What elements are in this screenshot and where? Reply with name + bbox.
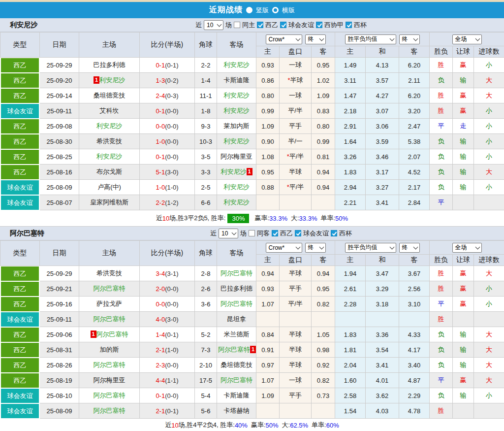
league-checkbox-0[interactable] [257,22,263,28]
league-checkbox-1[interactable] [280,22,286,28]
wdl-result-cell: 负 [430,73,453,88]
league-badge: 西乙 [1,58,39,72]
league-checkbox-label-2[interactable]: 西协甲 [324,21,344,30]
handicap-result-cell: 输 [453,342,474,358]
avg-home-cell: 2.18 [335,103,366,119]
away-team-name: 卡斯迪隆 [224,76,250,84]
corner-cell: 6-6 [195,195,217,210]
avg-draw-cell: 3.06 [366,119,399,134]
corner-cell: 2-5 [195,180,217,195]
away-team-name: 莱加内斯 [224,122,250,130]
summary-record: 场,胜3平2负5, 胜率: [169,214,225,223]
home-team-name: 希洪竞技 [96,269,122,277]
avg-away-cell: 2.17 [399,180,430,195]
summary-row: 近10场,胜3平2负5, 胜率:30%赢率:33.3%大:33.3%单率:50% [0,210,504,227]
handicap-cell: 半球 [280,342,312,358]
handicap-result-cell: 输 [453,358,474,373]
match-count-select[interactable]: 10 [204,20,223,30]
handicap-cell: 半球 [280,327,312,342]
home-team-name: 巴拉多利德 [94,61,126,68]
league-checkbox-1[interactable] [295,230,301,236]
avg-time-select[interactable]: 终 [399,243,420,253]
matches-table: 类型日期主场比分(半场)角球客场Crow*终胜平负均值终全场主盘口客主和客胜负让… [0,240,504,419]
same-venue-checkbox[interactable] [249,230,255,236]
odds-company-select[interactable]: Crow* [266,243,302,253]
avg-draw-cell: 3.27 [366,180,399,195]
wdl-result-cell: 负 [430,180,453,195]
avg-draw-cell: 3.29 [366,281,399,297]
same-venue-checkbox[interactable] [234,22,240,28]
same-venue-label[interactable]: 同主 [242,21,255,30]
avg-draw-cell: 4.03 [366,403,399,419]
result-group-header: 全场 [430,241,504,255]
odds-company-select[interactable]: Crow* [266,34,302,44]
league-badge: 西乙 [1,150,39,164]
wdl-result-cell: 平 [430,195,453,210]
league-badge: 西乙 [1,134,39,149]
away-team-cell: 卡斯迪隆 [217,73,256,88]
odds-time-select[interactable]: 终 [305,34,326,44]
league-checkbox-3[interactable] [346,22,352,28]
away-team-cell: 利安尼沙 [217,134,256,149]
league-checkbox-label-0[interactable]: 西乙 [280,229,293,238]
home-team-cell: 阿尔梅里亚 [79,373,140,388]
halftime-score: (0-2) [165,77,178,84]
wdl-result-cell: 平 [430,119,453,134]
same-venue-label[interactable]: 同客 [257,229,270,238]
avg-away-cell: 4.33 [399,327,430,342]
league-checkbox-label-3[interactable]: 西杯 [354,21,367,30]
summary-stat-value-2: 60% [326,422,339,429]
match-scope-select[interactable]: 全场 [452,34,482,44]
score-cell: 1-0(1-0) [140,180,195,195]
odds-time-select[interactable]: 终 [305,243,326,253]
date-cell: 25-09-29 [40,58,79,73]
avg-home-cell: 1.81 [335,342,366,358]
chevron-down-icon [413,36,418,41]
avg-away-cell: 2.11 [399,73,430,88]
avg-draw-cell: 4.27 [366,88,399,103]
handicap-value: 平/半 [289,183,304,191]
summary-games-count: 10 [162,215,169,222]
layout-radio-vertical[interactable] [246,7,252,13]
league-checkbox-label-1[interactable]: 球会友谊 [288,21,314,30]
layout-radio-horizontal-label[interactable]: 横版 [282,6,295,15]
sub-header-7: 让球 [453,255,474,266]
layout-radio-vertical-label[interactable]: 竖版 [256,6,269,15]
match-row: 西乙25-08-30希洪竞技1-0(0-0)10-3利安尼沙0.90半/一0.9… [0,134,504,149]
league-checkbox-0[interactable] [272,230,278,236]
league-checkbox-2[interactable] [331,230,337,236]
handicap-value: 一球 [289,92,302,99]
league-badge: 球会友谊 [1,180,39,195]
layout-radio-horizontal[interactable] [272,7,279,13]
away-team-cell: 利安尼沙 [217,103,256,119]
avg-draw-cell: 3.17 [366,165,399,180]
goals-result-cell: 小 [474,134,504,149]
score-cell: 2-2(1-2) [140,195,195,210]
wdl-result-cell: 胜 [430,403,453,419]
handicap-result-cell: 输 [453,388,474,403]
match-row: 西乙25-08-16布尔戈斯5-1(3-0)3-3利安尼沙10.95半球0.94… [0,165,504,180]
red-card-badge: 1 [250,346,256,353]
league-type-cell: 西乙 [0,297,40,312]
date-cell: 25-09-11 [40,103,79,119]
league-checkbox-label-1[interactable]: 球会友谊 [303,229,329,238]
avg-home-cell: 2.04 [335,358,366,373]
avg-type-select[interactable]: 胜平负均值 [345,243,396,253]
date-cell: 25-08-09 [40,403,79,419]
handicap-value: 平手 [289,122,302,130]
avg-type-select[interactable]: 胜平负均值 [345,34,396,44]
match-scope-select[interactable]: 全场 [452,243,482,253]
goals-result-cell [474,195,504,210]
league-checkbox-2[interactable] [316,22,322,28]
avg-time-select[interactable]: 终 [399,34,420,44]
odds-away-cell: 0.94 [312,266,335,281]
fulltime-score: 2-2 [156,199,165,206]
league-checkbox-label-2[interactable]: 西杯 [339,229,352,238]
handicap-result-cell: 输 [453,73,474,88]
odds-away-cell: 0.92 [312,358,335,373]
wdl-result-cell: 胜 [430,58,453,73]
away-team-name: 昆坦拿 [227,315,246,323]
match-count-select[interactable]: 10 [219,229,238,238]
league-badge: 西乙 [1,358,39,372]
league-checkbox-label-0[interactable]: 西乙 [265,21,278,30]
